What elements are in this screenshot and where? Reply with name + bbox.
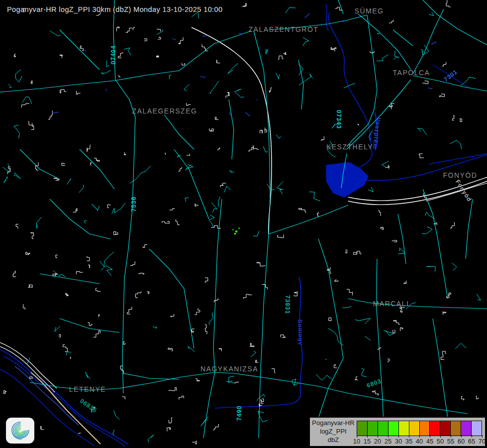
map-line bbox=[92, 204, 99, 211]
map-line bbox=[305, 13, 310, 18]
map-line bbox=[235, 89, 244, 98]
map-line bbox=[187, 154, 190, 155]
map-line bbox=[101, 70, 110, 74]
map-line bbox=[30, 372, 215, 390]
map-line bbox=[31, 125, 34, 130]
map-line bbox=[112, 203, 125, 214]
map-line bbox=[80, 149, 114, 189]
map-line bbox=[299, 74, 313, 85]
map-line bbox=[365, 336, 371, 340]
map-line bbox=[26, 252, 30, 255]
legend-tick-value: 40 bbox=[416, 438, 423, 445]
map-line bbox=[294, 292, 298, 296]
map-line bbox=[60, 30, 99, 70]
map-line bbox=[286, 7, 296, 13]
map-line bbox=[257, 262, 265, 266]
map-line bbox=[361, 368, 367, 377]
map-line bbox=[124, 152, 126, 155]
map-line bbox=[426, 266, 435, 272]
map-line bbox=[215, 403, 293, 408]
map-line bbox=[451, 223, 454, 229]
legend-tick-value: 50 bbox=[437, 438, 444, 445]
map-line bbox=[202, 36, 208, 36]
map-line bbox=[184, 84, 190, 91]
legend-product-name: logZ_PPI bbox=[320, 428, 346, 436]
map-line bbox=[429, 154, 487, 164]
map-line bbox=[130, 166, 151, 183]
map-line bbox=[267, 184, 275, 190]
map-line bbox=[214, 299, 219, 302]
map-line bbox=[256, 360, 259, 362]
map-line bbox=[476, 396, 479, 399]
map-line bbox=[182, 63, 185, 65]
map-line bbox=[348, 299, 487, 309]
map-line bbox=[65, 293, 69, 296]
map-line bbox=[126, 28, 132, 32]
road-number-label: 7490 bbox=[236, 406, 243, 421]
map-line bbox=[27, 358, 30, 364]
map-line bbox=[143, 245, 147, 248]
map-line bbox=[392, 240, 397, 242]
map-line bbox=[77, 91, 81, 95]
legend-title-block: Poganyvar-HR logZ_PPI dbZ bbox=[310, 418, 357, 446]
map-line bbox=[22, 104, 29, 108]
map-line bbox=[192, 441, 196, 444]
legend-color-cell bbox=[378, 421, 389, 436]
map-line bbox=[86, 372, 91, 379]
map-line bbox=[88, 323, 93, 326]
map-line bbox=[455, 343, 466, 349]
map-line bbox=[169, 209, 174, 210]
map-line bbox=[36, 217, 41, 228]
map-line bbox=[13, 271, 16, 277]
map-line bbox=[174, 149, 209, 219]
map-line bbox=[124, 48, 131, 55]
city-label: TAPOLCA bbox=[393, 69, 430, 77]
map-line bbox=[329, 12, 372, 150]
map-line bbox=[66, 352, 71, 355]
radar-map-canvas bbox=[0, 0, 487, 448]
map-line bbox=[98, 315, 99, 317]
radar-service-logo bbox=[6, 418, 34, 444]
map-line bbox=[30, 232, 33, 238]
map-line bbox=[242, 3, 247, 6]
legend-tick-value: 15 bbox=[364, 438, 371, 445]
map-line bbox=[393, 51, 399, 60]
map-line bbox=[228, 63, 238, 74]
map-line bbox=[87, 145, 90, 152]
map-line bbox=[429, 12, 434, 16]
map-line bbox=[333, 48, 336, 51]
map-line bbox=[195, 308, 200, 315]
map-line bbox=[398, 214, 406, 264]
map-line bbox=[20, 149, 60, 179]
map-line bbox=[276, 73, 280, 79]
map-line bbox=[185, 198, 189, 202]
map-line bbox=[164, 114, 194, 149]
map-line bbox=[423, 189, 448, 299]
map-line bbox=[16, 224, 18, 228]
map-line bbox=[209, 81, 218, 94]
map-line bbox=[431, 42, 437, 44]
map-line bbox=[60, 90, 67, 93]
city-label: LETENYE bbox=[69, 385, 106, 393]
map-line bbox=[50, 31, 61, 36]
legend-tick-value: 55 bbox=[447, 438, 454, 445]
map-line bbox=[272, 369, 275, 374]
map-line bbox=[53, 112, 59, 113]
legend-color-cell bbox=[420, 421, 430, 436]
map-line bbox=[329, 318, 331, 321]
map-line bbox=[278, 56, 284, 59]
map-line bbox=[15, 70, 22, 82]
map-line bbox=[377, 55, 388, 61]
map-line bbox=[176, 220, 180, 225]
map-line bbox=[187, 103, 191, 106]
map-line bbox=[94, 158, 99, 162]
map-line bbox=[248, 147, 253, 151]
map-line bbox=[309, 192, 320, 201]
map-line bbox=[260, 130, 263, 133]
map-line bbox=[229, 112, 230, 115]
map-line bbox=[106, 89, 107, 91]
map-line bbox=[77, 271, 83, 274]
legend-color-cell bbox=[451, 421, 461, 436]
map-line bbox=[30, 377, 33, 379]
road-number-label: 07343 bbox=[335, 110, 342, 129]
